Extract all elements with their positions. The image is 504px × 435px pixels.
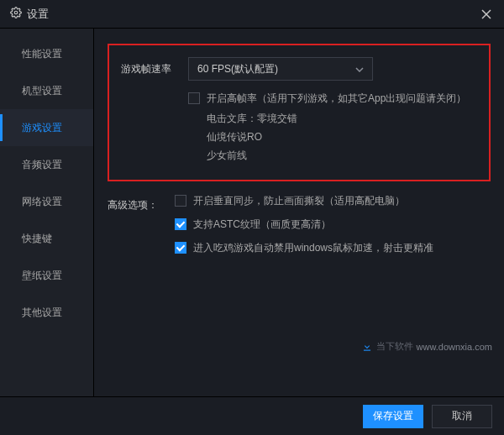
- window-title: 设置: [27, 7, 49, 22]
- sidebar-item-label: 性能设置: [22, 47, 62, 61]
- titlebar: 设置: [0, 0, 504, 29]
- download-icon: [361, 341, 373, 353]
- cancel-button-label: 取消: [452, 409, 472, 423]
- sidebar-item-network[interactable]: 网络设置: [0, 183, 93, 220]
- fps-section-highlight: 游戏帧速率 60 FPS(默认配置): [108, 44, 491, 181]
- sidebar-item-label: 音频设置: [22, 158, 62, 172]
- sidebar-item-label: 网络设置: [22, 195, 62, 209]
- save-button-label: 保存设置: [373, 409, 413, 423]
- high-fps-checkbox[interactable]: [188, 92, 200, 104]
- sidebar-item-audio[interactable]: 音频设置: [0, 146, 93, 183]
- high-fps-checkbox-label: 开启高帧率（适用下列游戏，如其它App出现问题请关闭）: [207, 91, 466, 106]
- svg-point-0: [14, 11, 18, 14]
- sidebar-item-label: 游戏设置: [22, 121, 62, 135]
- advanced-label: 高级选项：: [108, 193, 175, 212]
- sidebar-item-other[interactable]: 其他设置: [0, 294, 93, 331]
- mouse-accel-checkbox[interactable]: [175, 242, 186, 254]
- sidebar-item-label: 其他设置: [22, 306, 62, 320]
- footer: 保存设置 取消: [0, 396, 504, 435]
- sidebar-item-label: 快捷键: [22, 232, 52, 246]
- watermark-domain: www.downxia.com: [417, 342, 492, 352]
- list-item: 仙境传说RO: [207, 128, 477, 146]
- vsync-checkbox-label: 开启垂直同步，防止画面撕裂（适用高配电脑）: [193, 193, 405, 208]
- list-item: 电击文库：零境交错: [207, 109, 477, 128]
- save-button[interactable]: 保存设置: [363, 405, 423, 428]
- fps-select[interactable]: 60 FPS(默认配置): [188, 57, 373, 81]
- vsync-checkbox[interactable]: [175, 195, 186, 207]
- gear-icon: [10, 7, 22, 21]
- mouse-accel-checkbox-label: 进入吃鸡游戏自动禁用windows鼠标加速，射击更精准: [193, 240, 433, 255]
- sidebar-item-label: 壁纸设置: [22, 269, 62, 283]
- settings-window: 设置 性能设置 机型设置 游戏设置 音频设置 网络设置 快捷键 壁纸设置 其他设…: [0, 0, 504, 435]
- sidebar-item-label: 机型设置: [22, 84, 62, 98]
- sidebar-item-performance[interactable]: 性能设置: [0, 35, 93, 72]
- sidebar-item-model[interactable]: 机型设置: [0, 72, 93, 109]
- list-item: 少女前线: [207, 146, 477, 165]
- cancel-button[interactable]: 取消: [432, 405, 492, 428]
- astc-checkbox[interactable]: [175, 218, 186, 230]
- fps-label: 游戏帧速率: [121, 57, 188, 76]
- sidebar-item-hotkey[interactable]: 快捷键: [0, 220, 93, 257]
- astc-checkbox-label: 支持ASTC纹理（画质更高清）: [193, 217, 331, 232]
- high-fps-game-list: 电击文库：零境交错 仙境传说RO 少女前线: [188, 109, 477, 165]
- sidebar-item-wallpaper[interactable]: 壁纸设置: [0, 257, 93, 294]
- sidebar-item-game[interactable]: 游戏设置: [0, 109, 93, 146]
- sidebar: 性能设置 机型设置 游戏设置 音频设置 网络设置 快捷键 壁纸设置 其他设置: [0, 29, 94, 396]
- watermark: 当下软件 www.downxia.com: [361, 340, 492, 353]
- main-panel: 游戏帧速率 60 FPS(默认配置): [94, 29, 504, 396]
- watermark-brand: 当下软件: [376, 340, 413, 353]
- fps-select-value: 60 FPS(默认配置): [197, 62, 278, 76]
- close-button[interactable]: [479, 7, 494, 22]
- chevron-down-icon: [355, 63, 364, 75]
